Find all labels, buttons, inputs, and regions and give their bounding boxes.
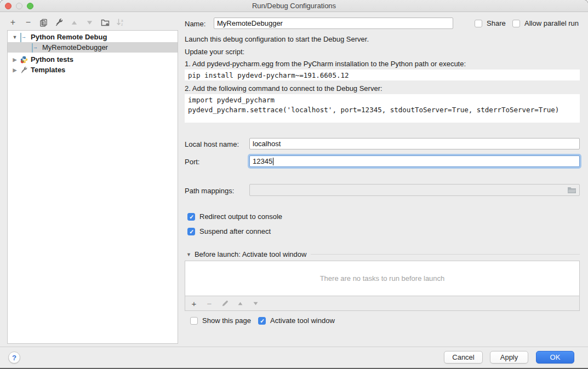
- tree-item-templates[interactable]: ▶ Templates: [8, 65, 178, 75]
- share-label: Share: [487, 19, 506, 27]
- allow-parallel-checkbox-row: Allow parallel run: [512, 19, 579, 27]
- run-debug-configurations-dialog: Run/Debug Configurations + − az ▼ Python…: [0, 0, 588, 369]
- activate-tool-window-row: Activate tool window: [258, 316, 335, 325]
- tree-item-myremotedebugger[interactable]: MyRemoteDebugger: [8, 42, 178, 53]
- suspend-after-connect-label: Suspend after connect: [199, 227, 271, 235]
- redirect-output-row: Redirect output to console: [187, 212, 282, 221]
- activate-tool-window-checkbox[interactable]: [258, 317, 266, 325]
- tasks-toolbar: + −: [185, 296, 580, 311]
- cancel-button[interactable]: Cancel: [444, 351, 483, 364]
- configurations-tree: ▼ Python Remote Debug MyRemoteDebugger ▶…: [7, 30, 178, 344]
- add-task-icon[interactable]: +: [190, 299, 198, 308]
- configurations-toolbar: + − az: [8, 17, 125, 28]
- description-update-script: Update your script:: [185, 48, 244, 56]
- window-title: Run/Debug Configurations: [0, 2, 588, 10]
- description-step1: 1. Add pydevd-pycharm.egg from the PyCha…: [185, 60, 466, 68]
- show-this-page-row: Show this page: [190, 316, 251, 325]
- edit-task-icon: [220, 299, 229, 308]
- tree-item-python-tests[interactable]: ▶ Python tests: [8, 54, 178, 65]
- run-config-icon: [32, 44, 39, 51]
- divider: [311, 254, 580, 255]
- ok-button[interactable]: OK: [536, 351, 574, 364]
- show-this-page-label: Show this page: [202, 316, 251, 325]
- sort-icon: az: [116, 18, 125, 27]
- move-task-up-icon: [236, 299, 244, 308]
- path-mappings-input[interactable]: [249, 184, 580, 196]
- activate-tool-window-label: Activate tool window: [270, 316, 335, 325]
- templates-wrench-icon: [20, 66, 28, 74]
- collapse-triangle-icon[interactable]: ▼: [186, 252, 191, 257]
- help-button[interactable]: ?: [8, 351, 20, 364]
- share-checkbox[interactable]: [475, 20, 482, 27]
- redirect-output-checkbox[interactable]: [187, 213, 195, 221]
- remove-task-icon: −: [205, 299, 214, 308]
- copy-icon[interactable]: [39, 18, 48, 27]
- allow-parallel-run-checkbox[interactable]: [512, 20, 520, 27]
- new-folder-icon[interactable]: [100, 18, 110, 27]
- edit-templates-icon[interactable]: [54, 18, 64, 27]
- port-input[interactable]: 12345: [249, 155, 580, 167]
- titlebar: Run/Debug Configurations: [0, 0, 588, 12]
- browse-folder-icon[interactable]: [567, 186, 576, 194]
- port-label: Port:: [185, 158, 199, 166]
- description-intro: Launch this debug configuration to start…: [185, 35, 369, 43]
- name-input[interactable]: [214, 18, 453, 29]
- question-mark-icon: ?: [12, 354, 16, 362]
- move-down-icon: [85, 18, 94, 27]
- run-config-icon: [20, 33, 28, 41]
- remove-icon[interactable]: −: [24, 18, 33, 27]
- local-host-name-label: Local host name:: [185, 140, 239, 148]
- before-launch-task-list: There are no tasks to run before launch: [185, 261, 580, 296]
- before-launch-header: ▼ Before launch: Activate tool window: [186, 250, 580, 258]
- move-task-down-icon: [251, 299, 260, 308]
- share-checkbox-row: Share: [475, 19, 506, 27]
- show-this-page-checkbox[interactable]: [190, 317, 198, 325]
- text-caret: [273, 158, 273, 165]
- before-launch-title: Before launch: Activate tool window: [195, 250, 307, 258]
- empty-tasks-message: There are no tasks to run before launch: [320, 274, 445, 282]
- dialog-footer: ? Cancel Apply OK: [0, 347, 588, 369]
- add-icon[interactable]: +: [8, 18, 18, 27]
- chevron-right-icon[interactable]: ▶: [12, 67, 18, 73]
- move-up-icon: [70, 18, 79, 27]
- chevron-right-icon[interactable]: ▶: [12, 57, 18, 62]
- redirect-output-label: Redirect output to console: [199, 212, 282, 221]
- description-step2: 2. Add the following command to connect …: [185, 84, 383, 93]
- apply-button[interactable]: Apply: [490, 351, 528, 364]
- path-mappings-label: Path mappings:: [185, 187, 234, 195]
- pip-install-code: pip install pydevd-pycharm~=191.6605.12: [185, 70, 580, 80]
- suspend-after-connect-row: Suspend after connect: [187, 227, 271, 235]
- local-host-name-input[interactable]: [249, 138, 580, 149]
- tree-item-python-remote-debug[interactable]: ▼ Python Remote Debug: [8, 32, 178, 42]
- name-label: Name:: [185, 20, 205, 28]
- settrace-code: import pydevd_pycharm pydevd_pycharm.set…: [185, 94, 580, 123]
- suspend-after-connect-checkbox[interactable]: [187, 228, 195, 235]
- python-tests-icon: [20, 56, 28, 64]
- allow-parallel-run-label: Allow parallel run: [524, 19, 579, 27]
- svg-text:z: z: [121, 22, 123, 26]
- svg-text:a: a: [121, 19, 123, 22]
- chevron-down-icon[interactable]: ▼: [12, 34, 18, 40]
